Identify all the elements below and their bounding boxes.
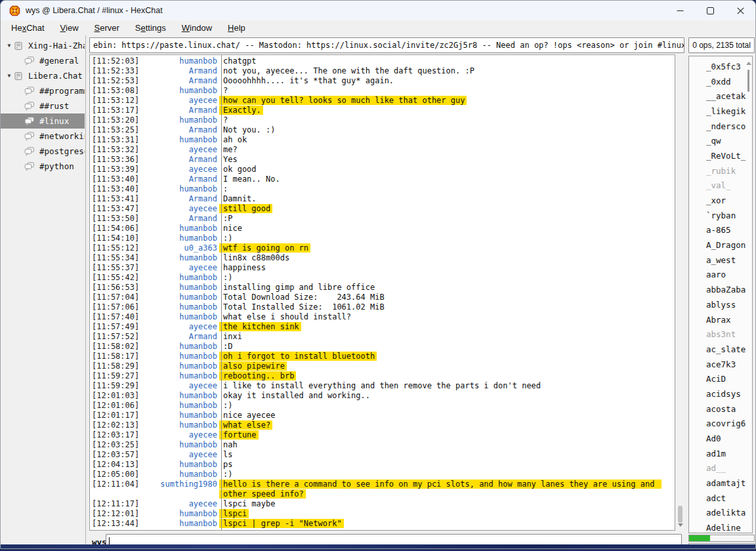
user-list-item[interactable]: acidsys <box>689 386 746 401</box>
message: hello is there a command to see info on … <box>223 480 673 499</box>
timestamp: [11:58:29] <box>90 361 138 371</box>
user-list-item[interactable]: adamtajt <box>689 476 746 491</box>
menu-settings[interactable]: Settings <box>127 21 174 35</box>
tree-channel-postgresq[interactable]: #postgresq <box>1 144 85 159</box>
timestamp: [12:11:04] <box>90 480 138 499</box>
user-list-item[interactable]: aaro <box>689 268 746 283</box>
message: wtf is going on rn <box>223 243 673 253</box>
chat-line: [11:53:31]humanbobah ok <box>90 135 673 145</box>
user-list-item[interactable]: A_Dragon <box>689 237 746 253</box>
user-list-item[interactable]: `ryban <box>689 208 746 223</box>
user-list-item[interactable]: adct <box>689 491 746 506</box>
chat-line: [12:02:13]humanbobwhat else? <box>90 420 673 430</box>
tree-network-Xing-Hai-Zha[interactable]: ▼Xing-Hai-Zha <box>1 38 85 53</box>
user-list-item[interactable]: ace7k3 <box>689 357 746 372</box>
user-list-scrollbar-thumb[interactable] <box>747 70 749 92</box>
menu-view[interactable]: View <box>52 21 87 35</box>
minimize-button[interactable] <box>665 1 695 20</box>
tree-channel-rust[interactable]: ##rust <box>1 98 85 113</box>
expander-icon[interactable]: ▼ <box>5 43 14 49</box>
user-list-item[interactable]: _val_ <box>689 178 746 194</box>
timestamp: [11:59:27] <box>90 371 138 381</box>
chat-line: [11:52:33]Armandnot you, ayecee... The o… <box>90 66 673 76</box>
timestamp: [11:52:53] <box>90 76 138 86</box>
user-list-item[interactable]: ablyss <box>689 297 746 312</box>
message: still good <box>223 204 673 214</box>
message-text-highlighted: what else? <box>219 420 272 430</box>
chat-line: [11:53:36]ArmandYes <box>90 155 673 165</box>
chat-line: [11:52:53]ArmandOoooohhhh.... it's *that… <box>90 76 673 86</box>
tree-network-Libera.Chat[interactable]: ▼Libera.Chat <box>1 68 85 83</box>
nick: humanbob <box>138 273 217 283</box>
message-text-highlighted: wtf is going on rn <box>219 243 310 253</box>
timestamp: [11:55:34] <box>90 253 138 263</box>
user-list-item[interactable]: _ndersco <box>689 119 746 134</box>
message: :) <box>223 273 673 283</box>
menu-hexchat[interactable]: HexChat <box>3 21 52 35</box>
topic-input[interactable]: ebin: https://paste.linux.chat/ -- Masto… <box>89 37 684 53</box>
chat-scrollbar[interactable] <box>676 54 685 531</box>
message-text: Total Installed Size: 1061.02 MiB <box>223 302 385 312</box>
user-list-item[interactable]: acovrig6 <box>689 417 746 432</box>
tree-channel-python[interactable]: #python <box>1 159 85 174</box>
user-list-item[interactable]: a-865 <box>689 223 746 238</box>
maximize-button[interactable] <box>695 1 725 20</box>
scroll-up-arrow-icon[interactable] <box>746 62 751 65</box>
user-list-item[interactable]: Ad0 <box>689 431 746 446</box>
user-list-item[interactable]: _likegik <box>689 104 746 119</box>
chat-message-area[interactable]: [11:52:03]humanbobchatgpt[11:52:33]Arman… <box>89 54 675 531</box>
timestamp: [11:53:40] <box>90 184 138 194</box>
user-list-item[interactable]: _0xdd <box>689 74 746 89</box>
user-list-item[interactable]: ad__ <box>689 461 746 476</box>
message: inxi <box>223 332 673 342</box>
user-list-item[interactable]: Adeline <box>689 520 746 533</box>
user-list-item[interactable]: _qw <box>689 133 746 148</box>
nick: humanbob <box>138 56 217 66</box>
user-list-item[interactable]: _0x5fc3 <box>689 59 746 74</box>
nick: humanbob <box>138 371 217 381</box>
message: Not you. :) <box>223 125 673 135</box>
nick: ayecee <box>138 165 217 174</box>
message: Yes <box>223 155 673 165</box>
user-list-item[interactable]: Abrax <box>689 312 746 327</box>
tree-channel-networkin[interactable]: #networkin <box>1 129 85 144</box>
hexchat-logo-icon <box>9 5 20 16</box>
user-list-item[interactable]: ad1m <box>689 446 746 461</box>
close-icon <box>737 7 744 14</box>
message-text: ok good <box>223 165 257 174</box>
user-list-item[interactable]: __acetak <box>689 89 746 104</box>
user-list-item[interactable]: abbaZaba <box>689 282 746 297</box>
user-list-item[interactable]: _xor <box>689 193 746 208</box>
chat-line: [12:01:17]humanbobnice ayecee <box>90 411 673 420</box>
user-list-item[interactable]: adelikta <box>689 506 746 521</box>
chat-line: [12:03:17]ayeceefortune <box>90 430 673 440</box>
tree-channel-general[interactable]: #general <box>1 53 85 68</box>
desktop-edge-strip <box>1 544 756 548</box>
chat-line: [12:13:44]humanboblspci | grep -i "Netwo… <box>90 519 673 529</box>
message-text-highlighted: hello is there a command to see info on … <box>219 480 662 499</box>
user-list-item[interactable]: AciD <box>689 371 746 386</box>
menu-help[interactable]: Help <box>220 21 253 35</box>
channel-name: #linux <box>39 116 69 126</box>
message: chatgpt <box>223 56 673 66</box>
menu-server[interactable]: Server <box>87 21 127 35</box>
scroll-down-arrow-icon[interactable] <box>678 523 683 527</box>
message-text-highlighted: lspci <box>219 509 249 518</box>
message: nice <box>223 224 673 234</box>
menu-window[interactable]: Window <box>174 21 220 35</box>
user-list-scrollbar[interactable] <box>746 58 751 531</box>
timestamp: [11:58:02] <box>90 342 138 352</box>
expander-icon[interactable]: ▼ <box>5 73 14 79</box>
message-text: okay it installed and working.. <box>223 391 370 400</box>
tree-channel-programm[interactable]: ##programm <box>1 83 85 98</box>
user-list-item[interactable]: _ReVoLt_ <box>689 148 746 163</box>
user-list-item[interactable]: abs3nt <box>689 327 746 342</box>
user-list-item[interactable]: _rubik <box>689 163 746 178</box>
user-list-item[interactable]: acosta <box>689 401 746 417</box>
chat-scrollbar-thumb[interactable] <box>678 506 682 523</box>
user-list-item[interactable]: a_west <box>689 253 746 268</box>
user-list-item[interactable]: ac_slate <box>689 342 746 357</box>
timestamp: [11:53:41] <box>90 194 138 204</box>
close-button[interactable] <box>725 1 755 20</box>
tree-channel-linux[interactable]: #linux <box>1 113 85 129</box>
